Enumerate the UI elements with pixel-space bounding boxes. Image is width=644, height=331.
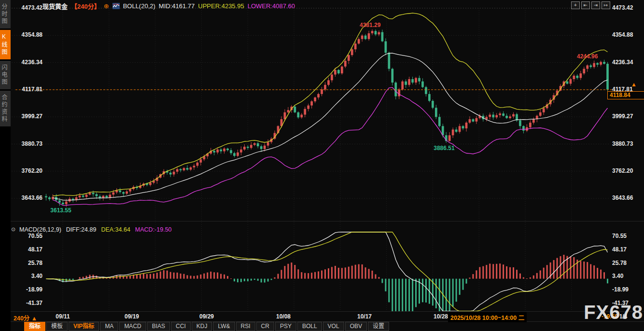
price-tick-label: 4236.34	[612, 59, 643, 66]
zoom-x-out-icon[interactable]: ⇤	[581, 1, 590, 9]
macd-dea-value: DEA:34.64	[101, 226, 130, 233]
price-tick-label: 4473.42	[612, 4, 643, 11]
sidebar-item-time-share-chart[interactable]: 分时图	[0, 0, 11, 28]
toolbar-button-vip-indicator[interactable]: VIP指标	[69, 322, 99, 331]
macd-header: MACD(26,12,9) DIFF:24.89 DEA:34.64 MACD:…	[19, 226, 172, 233]
toolbar-button-kdj[interactable]: KDJ	[192, 322, 212, 331]
boll-upper-value: UPPER:4235.95	[198, 2, 244, 10]
toolbar-button-settings[interactable]: 设置	[368, 322, 389, 331]
add-indicator-icon[interactable]: ⊕	[104, 2, 109, 10]
macd-tick-label: 25.78	[612, 260, 643, 266]
macd-tick-label: 3.40	[13, 273, 42, 279]
date-label: 09/19	[125, 313, 139, 320]
left-sidebar: 分时图K线图闪电图合约资料	[0, 0, 11, 331]
toolbar-button-cci[interactable]: CCI	[171, 322, 191, 331]
price-annotation: 3886.51	[434, 145, 454, 152]
axis-separator	[11, 311, 644, 312]
period-selector-arrow-icon: ▲	[31, 315, 37, 322]
chart-tool-icons: +⇤⇥↦	[571, 1, 610, 9]
zoom-x-in-icon[interactable]: ⇥	[591, 1, 600, 9]
symbol-name: 现货黄金	[42, 1, 68, 11]
price-tick-label: 4473.42	[13, 4, 42, 11]
date-label: 09/11	[56, 313, 70, 320]
macd-tick-label: 3.40	[612, 273, 643, 279]
toolbar-button-ma[interactable]: MA	[100, 322, 118, 331]
price-annotation: 3613.55	[50, 207, 71, 214]
price-tick-label: 3643.66	[13, 194, 42, 201]
price-tick-label: 4117.81	[13, 86, 42, 93]
macd-title: MACD(26,12,9)	[19, 226, 61, 233]
price-annotation: 4381.29	[360, 22, 380, 28]
toolbar-button-macd[interactable]: MACD	[119, 322, 146, 331]
pan-right-icon[interactable]: ↦	[602, 1, 610, 9]
period-label[interactable]: 【240分】	[71, 1, 100, 11]
price-tick-label: 4354.88	[612, 31, 643, 38]
price-tick-label: 4354.88	[13, 31, 42, 38]
crosshair-date-tooltip: 2025/10/28 10:00~14:00 二	[448, 312, 527, 322]
macd-tick-label: 70.55	[13, 233, 42, 239]
boll-lower-value: LOWER:4087.60	[248, 2, 295, 10]
chart-header: 现货黄金 【240分】 ⊕ BOLL(20,2) MID:4161.77 UPP…	[42, 1, 295, 11]
bottom-toolbar: 指标模板VIP指标MAMACDBIASCCIKDJLW&RSICRPSYBOLL…	[24, 322, 389, 331]
toolbar-button-lw[interactable]: LW&	[213, 322, 235, 331]
mini-chart-icon	[112, 3, 120, 9]
sidebar-item-kline-chart[interactable]: K线图	[0, 30, 11, 59]
toolbar-button-obv[interactable]: OBV	[345, 322, 367, 331]
toolbar-button-boll[interactable]: BOLL	[297, 322, 322, 331]
macd-tick-label: -41.37	[13, 300, 42, 306]
price-tick-label: 3999.27	[612, 113, 643, 120]
sidebar-item-contract-info[interactable]: 合约资料	[0, 91, 11, 126]
kline-chart-canvas[interactable]	[0, 0, 644, 331]
panel-separator	[11, 221, 644, 221]
toolbar-button-bias[interactable]: BIAS	[147, 322, 170, 331]
price-tick-label: 4236.34	[13, 59, 42, 66]
toolbar-button-cr[interactable]: CR	[256, 322, 274, 331]
sidebar-item-flash-chart[interactable]: 闪电图	[0, 61, 11, 89]
price-tick-label: 3880.73	[612, 140, 643, 147]
period-selector-label: 240分	[14, 315, 29, 322]
macd-tick-label: 48.17	[13, 246, 42, 253]
date-label: 09/29	[199, 313, 214, 320]
period-selector[interactable]: 240分 ▲	[14, 313, 37, 322]
macd-tick-label: 25.78	[13, 260, 42, 266]
boll-title: BOLL(20,2)	[123, 2, 155, 10]
toolbar-button-template[interactable]: 模板	[46, 322, 68, 331]
toolbar-button-rsi[interactable]: RSI	[236, 322, 255, 331]
price-tick-label: 3643.66	[612, 194, 643, 201]
current-price-tag: 4118.84	[607, 91, 644, 99]
price-up-arrow-icon: ▲	[631, 81, 637, 88]
date-label: 10/28	[434, 313, 448, 320]
macd-collapse-icon[interactable]: ⊙	[11, 226, 15, 233]
macd-tick-label: -18.99	[612, 286, 643, 293]
toolbar-button-indicator[interactable]: 指标	[24, 322, 45, 331]
macd-diff-value: DIFF:24.89	[66, 226, 97, 233]
trading-terminal: 分时图K线图闪电图合约资料 现货黄金 【240分】 ⊕ BOLL(20,2) M…	[0, 0, 644, 331]
watermark: FX678	[584, 302, 643, 323]
date-label: 10/17	[357, 313, 372, 320]
date-label: 10/08	[276, 313, 291, 320]
price-tick-label: 3999.27	[13, 113, 42, 120]
price-annotation: 4244.96	[577, 53, 598, 60]
macd-tick-label: 70.55	[612, 233, 643, 239]
macd-tick-label: 48.17	[612, 246, 643, 253]
price-tick-label: 3762.20	[13, 167, 42, 174]
toolbar-button-vol[interactable]: VOL	[323, 322, 344, 331]
toolbar-button-psy[interactable]: PSY	[275, 322, 296, 331]
price-tick-label: 3762.20	[612, 167, 643, 174]
macd-macd-value: MACD:-19.50	[135, 226, 172, 233]
boll-mid-value: MID:4161.77	[159, 2, 195, 10]
macd-tick-label: -18.99	[13, 286, 42, 293]
crosshair-icon[interactable]: +	[571, 1, 580, 9]
price-tick-label: 3880.73	[13, 140, 42, 147]
